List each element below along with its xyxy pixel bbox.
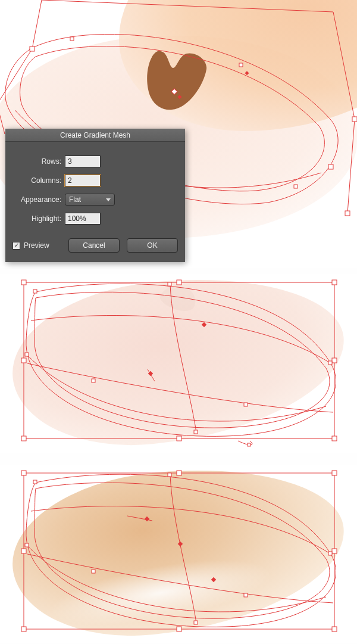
svg-rect-20 [332,436,337,441]
svg-rect-0 [30,46,35,51]
rows-label: Rows: [12,157,65,166]
svg-rect-7 [70,37,74,41]
brown-shape [140,48,211,113]
appearance-label: Appearance: [12,195,65,204]
svg-rect-15 [332,280,337,285]
canvas-bottom[interactable] [0,465,357,643]
svg-rect-39 [332,627,337,631]
create-gradient-mesh-dialog[interactable]: Create Gradient Mesh Rows: Columns: Appe… [5,129,185,262]
chevron-down-icon [106,198,111,201]
columns-label: Columns: [12,176,65,185]
appearance-value: Flat [69,195,81,204]
appearance-row: Appearance: Flat [12,193,178,206]
dialog-titlebar[interactable]: Create Gradient Mesh [5,129,185,142]
preview-checkbox[interactable]: ✓ [12,242,20,250]
rows-input[interactable] [65,155,101,167]
svg-rect-30 [248,443,250,446]
highlight-label: Highlight: [12,214,65,223]
svg-rect-34 [332,471,337,475]
highlight-input[interactable] [65,213,101,225]
svg-rect-13 [21,280,26,285]
mesh-ellipse-flat [4,263,352,458]
preview-label: Preview [24,241,49,250]
dialog-title: Create Gradient Mesh [60,131,130,139]
svg-rect-40 [33,480,37,484]
ok-button[interactable]: OK [127,238,178,253]
canvas-middle[interactable] [0,274,357,453]
svg-rect-18 [21,436,26,441]
columns-row: Columns: [12,174,178,187]
dialog-body: Rows: Columns: Appearance: Flat Highligh… [5,142,185,262]
columns-input[interactable] [65,175,101,186]
highlight-row: Highlight: [12,212,178,225]
svg-rect-21 [33,290,37,293]
svg-rect-32 [21,471,26,475]
appearance-select[interactable]: Flat [65,194,115,206]
dialog-button-row: Cancel OK [68,238,178,253]
rows-row: Rows: [12,155,178,168]
dialog-footer-row: ✓ Preview Cancel OK [12,231,178,253]
svg-rect-3 [345,211,350,216]
cancel-button[interactable]: Cancel [68,238,120,253]
svg-rect-37 [21,627,26,631]
